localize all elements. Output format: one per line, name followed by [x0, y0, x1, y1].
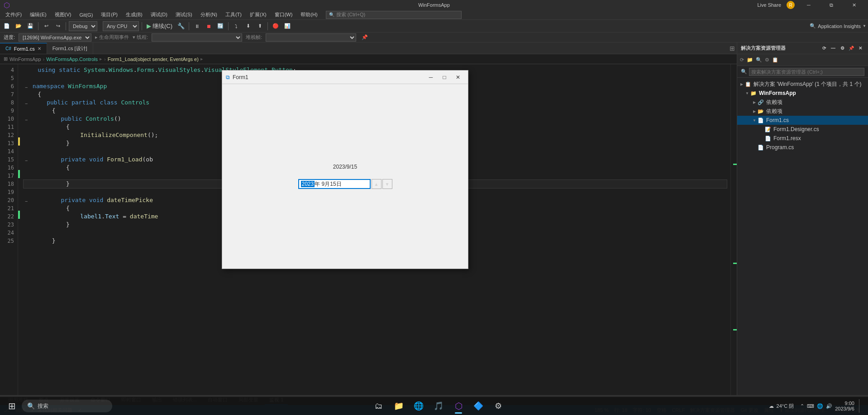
taskbar-show-desktop[interactable]	[859, 399, 861, 413]
cpu-dropdown[interactable]: Any CPU	[103, 21, 139, 31]
play-btn[interactable]: ▶ 继续(C)	[145, 22, 174, 30]
panel-settings-btn[interactable]: ⚙	[838, 44, 846, 52]
minimize-btn[interactable]: ─	[798, 0, 819, 10]
menu-git[interactable]: Git(G)	[76, 11, 96, 19]
app-insights[interactable]: 🔍 Application Insights ▼	[810, 23, 866, 29]
stackframe-dropdown[interactable]	[266, 33, 356, 42]
toolbar-new[interactable]: 📄	[2, 21, 12, 31]
refs-icon: 📂	[757, 108, 764, 115]
sol-btn-1[interactable]: ⟳	[739, 56, 745, 64]
datepicker-up-btn[interactable]: ▲	[372, 179, 382, 189]
tab-form1-cs[interactable]: C# Form1.cs ✕	[0, 43, 47, 54]
sol-btn-3[interactable]: 🔍	[755, 56, 763, 64]
deps-icon: 🔗	[757, 99, 764, 106]
toolbar-sep-3	[142, 22, 142, 30]
tree-refs[interactable]: ▶ 📂 依赖项	[737, 107, 868, 116]
app-title: WinFormsApp	[418, 2, 450, 8]
sol-btn-4[interactable]: ⚙	[764, 56, 770, 64]
tree-program-cs[interactable]: 📄 Program.cs	[737, 143, 868, 152]
toolbar-save[interactable]: 💾	[25, 21, 35, 31]
toolbar-open[interactable]: 📂	[14, 21, 24, 31]
form1-body: 2023/9/15 2023 年 9月15日 ▲ ▼	[222, 84, 468, 269]
menu-project[interactable]: 项目(P)	[97, 10, 121, 19]
taskbar-settings[interactable]: ⚙	[489, 397, 507, 415]
datepicker-input[interactable]: 2023 年 9月15日	[298, 179, 371, 189]
live-share-btn[interactable]: Live Share	[757, 2, 781, 8]
thread-dropdown[interactable]	[152, 33, 242, 42]
tree-form1-cs[interactable]: ▼ 📄 Form1.cs	[737, 116, 868, 125]
collapse-8[interactable]: −	[24, 100, 29, 105]
menu-extensions[interactable]: 扩展(X)	[246, 10, 270, 19]
breadcrumb-method[interactable]: Form1_Load(object sender, EventArgs e)	[108, 57, 199, 62]
sol-btn-2[interactable]: 📁	[746, 56, 754, 64]
toolbar-step-over[interactable]: ⤵	[231, 21, 241, 31]
menu-build[interactable]: 生成(B)	[122, 10, 146, 19]
breadcrumb-sep-1: ›	[43, 57, 45, 62]
menu-edit[interactable]: 编辑(E)	[26, 10, 50, 19]
menu-help[interactable]: 帮助(H)	[297, 10, 321, 19]
menu-test[interactable]: 测试(S)	[172, 10, 196, 19]
panel-pin-btn[interactable]: 📌	[847, 44, 855, 52]
panel-collapse-btn[interactable]: —	[829, 44, 837, 52]
solution-explorer-title: 解决方案资源管理器	[741, 45, 786, 52]
toolbar-restart[interactable]: 🔄	[215, 21, 225, 31]
taskbar-devtools[interactable]: 🔷	[469, 397, 487, 415]
toolbar-stop[interactable]: ⏹	[204, 21, 214, 31]
start-btn[interactable]: ⊞	[4, 398, 20, 414]
restore-btn[interactable]: ⧉	[821, 0, 842, 10]
toolbar-undo[interactable]: ↩	[41, 21, 51, 31]
editor-split-btn[interactable]: ⊞	[728, 43, 737, 54]
taskbar-vs[interactable]: ⬡	[449, 397, 467, 415]
sol-btn-5[interactable]: 📋	[771, 56, 779, 64]
menu-debug[interactable]: 调试(D)	[147, 10, 171, 19]
panel-close-btn[interactable]: ✕	[856, 44, 864, 52]
collapse-20[interactable]: −	[24, 198, 29, 203]
process-dropdown[interactable]: [12696] WinFormsApp.exe	[19, 33, 91, 42]
form1-titlebar: ⧉ Form1 ─ □ ✕	[222, 71, 468, 84]
solution-search-input[interactable]	[749, 68, 864, 76]
menu-window[interactable]: 窗口(W)	[271, 10, 296, 19]
tab-form1-design[interactable]: Form1.cs [设计]	[47, 43, 93, 54]
taskbar-explorer[interactable]: 📁	[390, 397, 408, 415]
taskbar-search[interactable]: 🔍 搜索	[22, 400, 112, 412]
collapse-6[interactable]: −	[24, 84, 29, 89]
toolbar-diagnostics[interactable]: 📊	[282, 21, 292, 31]
menu-analyze[interactable]: 分析(N)	[197, 10, 221, 19]
debug-mode-dropdown[interactable]: Debug	[69, 21, 97, 31]
menu-view[interactable]: 视图(V)	[51, 10, 75, 19]
form1-restore-btn[interactable]: □	[438, 72, 451, 82]
datepicker-down-btn[interactable]: ▼	[382, 179, 392, 189]
tree-solution[interactable]: ▶ 📋 解决方案 'WinFormsApp' (1 个项目，共 1 个)	[737, 80, 868, 89]
panel-sync-btn[interactable]: ⟳	[820, 44, 828, 52]
tree-project[interactable]: ▼ 📁 WinFormsApp	[737, 89, 868, 98]
tree-dependencies[interactable]: ▶ 🔗 依赖项	[737, 98, 868, 107]
form1-date-label: 2023/9/15	[333, 164, 357, 170]
menu-tools[interactable]: 工具(T)	[222, 10, 245, 19]
toolbar-redo[interactable]: ↪	[53, 21, 63, 31]
collapse-15[interactable]: −	[24, 157, 29, 162]
toolbar-step-into[interactable]: ⬇	[243, 21, 253, 31]
taskbar-edge[interactable]: 🌐	[410, 397, 428, 415]
taskbar-files[interactable]: 🗂	[370, 397, 388, 415]
close-btn[interactable]: ✕	[844, 0, 864, 10]
form1-close-btn[interactable]: ✕	[452, 72, 464, 82]
form1-minimize-btn[interactable]: ─	[424, 72, 437, 82]
taskbar-clock[interactable]: 9:00 2023/9/6	[835, 401, 854, 411]
toolbar-step-out[interactable]: ⬆	[255, 21, 265, 31]
expand-solution: ▶	[739, 81, 744, 87]
breadcrumb-arrow: ▸	[100, 56, 102, 62]
toolbar-attach[interactable]: 🔧	[176, 21, 186, 31]
play-label: 继续(C)	[153, 22, 172, 30]
menu-file[interactable]: 文件(F)	[2, 10, 25, 19]
tab-form1-cs-close[interactable]: ✕	[38, 46, 41, 51]
profile-icon[interactable]: R	[787, 1, 795, 9]
search-bar[interactable]: 🔍 搜索 (Ctrl+Q)	[326, 11, 462, 19]
tree-form1-designer[interactable]: 📝 Form1.Designer.cs	[737, 125, 868, 134]
toolbar-pause[interactable]: ⏸	[192, 21, 202, 31]
taskbar-music[interactable]: 🎵	[429, 397, 448, 415]
collapse-10[interactable]: −	[24, 116, 29, 122]
expand-deps: ▶	[752, 99, 757, 105]
breadcrumb-namespace[interactable]: WinFormsApp.Controls	[46, 57, 98, 62]
tree-form1-resx[interactable]: 📄 Form1.resx	[737, 134, 868, 143]
toolbar-breakpoint[interactable]: 🔴	[271, 21, 281, 31]
